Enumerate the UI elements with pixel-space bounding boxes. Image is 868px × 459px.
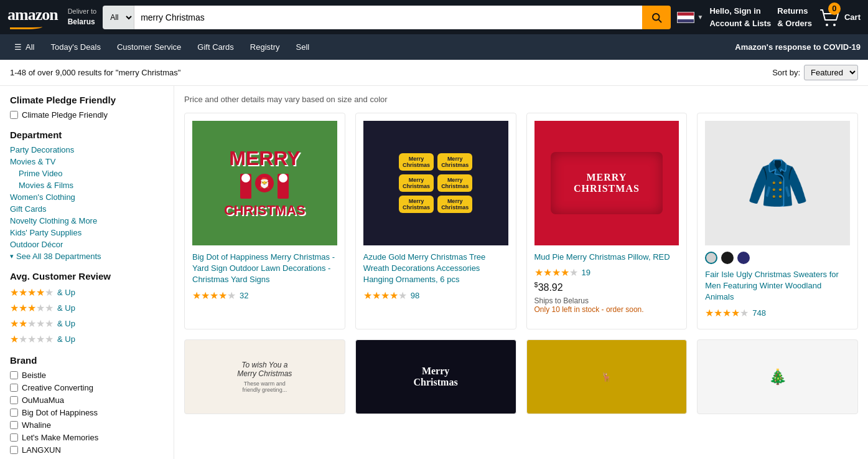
deliver-to-box[interactable]: Deliver to Belarus <box>68 7 96 27</box>
brand-creative-checkbox[interactable] <box>10 384 18 392</box>
flag-box[interactable]: ▼ <box>677 12 703 23</box>
nav-registry[interactable]: Registry <box>243 38 287 56</box>
swatch-black[interactable] <box>721 252 734 264</box>
results-query: "merry Christmas" <box>116 68 181 77</box>
department-section: Department Party Decorations Movies & TV… <box>10 130 164 261</box>
product-card-bottom-2[interactable]: MerryChristmas <box>355 339 516 414</box>
rating-1-row[interactable]: ★★★★★ & Up <box>10 333 164 345</box>
rating-count-sweater[interactable]: 748 <box>752 308 766 318</box>
climate-checkbox[interactable] <box>10 111 18 119</box>
nav-todays-deals[interactable]: Today's Deals <box>44 38 108 56</box>
account-box[interactable]: Hello, Sign in Account & Lists <box>709 5 771 29</box>
avg-review-section: Avg. Customer Review ★★★★★ & Up ★★★★★ & … <box>10 271 164 345</box>
brand-oumuamua-checkbox[interactable] <box>10 396 18 404</box>
search-input[interactable] <box>134 6 642 29</box>
ships-to-pillow: Ships to Belarus <box>534 296 679 305</box>
flag-chevron: ▼ <box>697 14 703 21</box>
returns-sub: & Orders <box>777 17 812 30</box>
svg-point-2 <box>826 24 828 26</box>
product-title-pillow[interactable]: Mud Pie Merry Christmas Pillow, RED <box>534 252 679 263</box>
product-card-yard-sign[interactable]: MERRY 🎅 CHRISTMAS <box>184 113 345 329</box>
rating-4-row[interactable]: ★★★★★ & Up <box>10 286 164 298</box>
brand-big-dot[interactable]: Big Dot of Happiness <box>10 408 164 417</box>
header: amazon Deliver to Belarus All ▼ Hello, S… <box>0 0 868 34</box>
brand-langxun[interactable]: LANGXUN <box>10 445 164 455</box>
account-greeting: Hello, Sign in <box>709 5 771 17</box>
swatch-gray[interactable] <box>705 252 717 264</box>
dept-movies-films[interactable]: Movies & Films <box>10 181 164 190</box>
rating-3-label: & Up <box>57 303 75 313</box>
rating-row-ornaments: ★★★★★ 98 <box>363 290 508 301</box>
svg-line-1 <box>659 19 661 22</box>
product-card-pillow[interactable]: MERRYCHRISTMAS Mud Pie Merry Christmas P… <box>526 113 688 329</box>
brand-beistle-checkbox[interactable] <box>10 371 18 379</box>
rating-row-sweater: ★★★★★ 748 <box>705 307 850 319</box>
swatch-navy[interactable] <box>737 252 750 264</box>
nav-bar: ☰ All Today's Deals Customer Service Gif… <box>0 34 868 60</box>
rating-1-label: & Up <box>57 334 75 344</box>
product-title-yard-sign[interactable]: Big Dot of Happiness Merry Christmas - Y… <box>192 252 337 286</box>
brand-whaline-checkbox[interactable] <box>10 421 18 429</box>
search-icon <box>651 12 662 23</box>
stars-sweater: ★★★★★ <box>705 307 749 319</box>
product-title-sweater[interactable]: Fair Isle Ugly Christmas Sweaters for Me… <box>705 269 850 303</box>
main-layout: Climate Pledge Friendly Climate Pledge F… <box>0 86 868 459</box>
dept-movies-tv[interactable]: Movies & TV <box>10 157 164 166</box>
brand-oumuamua[interactable]: OuMuaMua <box>10 395 164 405</box>
product-card-bottom-4[interactable]: 🎄 <box>697 339 858 414</box>
covid-notice[interactable]: Amazon's response to COVID-19 <box>735 42 861 52</box>
brand-bigdot-checkbox[interactable] <box>10 409 18 417</box>
product-title-ornaments[interactable]: Azude Gold Merry Christmas Tree Wreath D… <box>363 252 508 286</box>
nav-gift-cards[interactable]: Gift Cards <box>190 38 241 56</box>
product-card-bottom-3[interactable]: 🦌 <box>526 339 688 414</box>
rating-count-pillow[interactable]: 19 <box>582 268 590 277</box>
brand-section: Brand Beistle Creative Converting OuMuaM… <box>10 355 164 459</box>
price-notice: Price and other details may vary based o… <box>184 95 858 104</box>
product-card-sweater[interactable]: 🧥 Fair Isle Ugly Christmas Sweaters for … <box>697 113 858 329</box>
climate-title: Climate Pledge Friendly <box>10 95 164 105</box>
search-button[interactable] <box>642 6 671 29</box>
brand-beistle[interactable]: Beistle <box>10 371 164 380</box>
rating-2-label: & Up <box>57 319 75 328</box>
product-image-yard-sign: MERRY 🎅 CHRISTMAS <box>192 121 337 245</box>
amazon-logo[interactable]: amazon <box>7 7 58 28</box>
brand-langxun-checkbox[interactable] <box>10 446 18 454</box>
results-bar: 1-48 of over 9,000 results for "merry Ch… <box>0 60 868 86</box>
hamburger-icon: ☰ <box>14 42 22 52</box>
dept-party-decorations[interactable]: Party Decorations <box>10 145 164 154</box>
product-image-pillow: MERRYCHRISTMAS <box>534 121 679 245</box>
nav-customer-service[interactable]: Customer Service <box>110 38 188 56</box>
stars-1: ★★★★★ <box>10 333 54 345</box>
dept-gift-cards[interactable]: Gift Cards <box>10 204 164 214</box>
dept-womens-clothing[interactable]: Women's Clothing <box>10 192 164 202</box>
product-image-sweater: 🧥 <box>705 121 850 245</box>
dept-novelty-clothing[interactable]: Novelty Clothing & More <box>10 216 164 225</box>
see-all-departments[interactable]: ▾ See All 38 Departments <box>10 252 164 261</box>
rating-3-row[interactable]: ★★★★★ & Up <box>10 302 164 314</box>
brand-lets-make[interactable]: Let's Make Memories <box>10 433 164 442</box>
search-category-select[interactable]: All <box>103 6 134 29</box>
brand-creative-converting[interactable]: Creative Converting <box>10 383 164 392</box>
dept-outdoor-decor[interactable]: Outdoor Décor <box>10 240 164 249</box>
product-card-bottom-1[interactable]: To wish You aMerry Christmas These warm … <box>184 339 345 414</box>
color-swatches-sweater <box>705 252 850 264</box>
rating-row-yard-sign: ★★★★★ 32 <box>192 290 337 301</box>
dept-prime-video[interactable]: Prime Video <box>10 169 164 178</box>
brand-whaline[interactable]: Whaline <box>10 420 164 430</box>
cart-box[interactable]: 0 Cart <box>818 7 861 27</box>
returns-box[interactable]: Returns & Orders <box>777 5 812 29</box>
brand-letsmake-checkbox[interactable] <box>10 433 18 442</box>
climate-checkbox-label[interactable]: Climate Pledge Friendly <box>10 110 164 120</box>
nav-all-label: All <box>26 42 34 52</box>
product-card-ornaments[interactable]: MerryChristmas MerryChristmas MerryChris… <box>355 113 516 329</box>
cart-count: 0 <box>828 2 841 15</box>
sort-select[interactable]: Featured <box>804 65 858 80</box>
dept-kids-party[interactable]: Kids' Party Supplies <box>10 228 164 237</box>
nav-sell[interactable]: Sell <box>289 38 317 56</box>
rating-row-pillow: ★★★★★ 19 <box>534 267 679 278</box>
brand-title: Brand <box>10 355 164 366</box>
rating-count-yard-sign[interactable]: 32 <box>240 291 248 300</box>
rating-count-ornaments[interactable]: 98 <box>411 291 419 300</box>
rating-2-row[interactable]: ★★★★★ & Up <box>10 318 164 329</box>
nav-all[interactable]: ☰ All <box>7 38 41 56</box>
